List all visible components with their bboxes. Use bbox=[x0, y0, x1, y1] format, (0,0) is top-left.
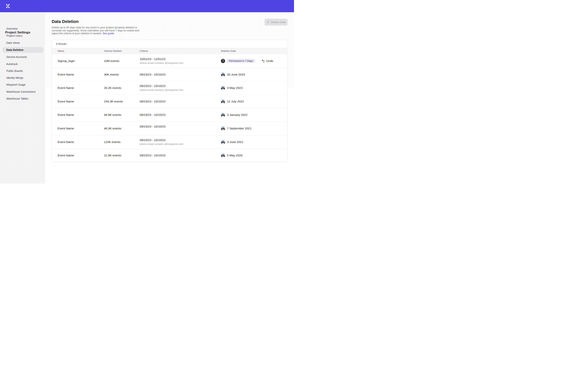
see-guide-link[interactable]: See guide bbox=[103, 32, 114, 35]
row-volume: 239.3K events bbox=[104, 95, 138, 108]
column-header-volume: Volume Deleted bbox=[104, 48, 138, 54]
sidebar-item-service-accounts[interactable]: Service Accounts bbox=[2, 54, 44, 60]
row-deletion-date: 7 September 2021 bbox=[221, 122, 284, 135]
sidebar-item-mixpanel-usage[interactable]: Mixpanel Usage bbox=[2, 82, 44, 88]
sidebar-item-autotrack[interactable]: Autotrack bbox=[2, 61, 44, 67]
criteria-filter: where email contains @mixpanel.com bbox=[140, 62, 183, 65]
deletion-date-text: 7 September 2021 bbox=[227, 127, 251, 130]
criteria-range: 09/23/23 - 10/10/23 bbox=[140, 125, 165, 128]
page-title: Data Deletion bbox=[52, 19, 79, 24]
row-name: Event Name bbox=[58, 135, 102, 149]
table-row: Event Name 48.3K events 09/23/23 - 10/10… bbox=[52, 122, 287, 135]
column-header-name: Name bbox=[58, 48, 102, 54]
deletion-date-text: 3 May 2023 bbox=[227, 86, 242, 90]
row-name: Event Name bbox=[58, 68, 102, 81]
plus-icon bbox=[267, 21, 269, 24]
row-criteria: 09/23/23 - 10/10/23 bbox=[140, 108, 220, 122]
undo-arrow-icon bbox=[261, 59, 265, 63]
mixpanel-logo-icon[interactable] bbox=[5, 4, 10, 8]
avatar bbox=[221, 59, 225, 63]
avatar bbox=[221, 126, 225, 131]
table-row: Event Name 239.3K events 09/23/23 - 10/1… bbox=[52, 95, 287, 108]
row-deletion-date: 20 June 2023 bbox=[221, 68, 284, 81]
sidebar-item-project-users[interactable]: Project Users bbox=[2, 33, 44, 39]
row-deletion-date: 3 June 2021 bbox=[221, 135, 284, 149]
description-line-2: currently not supported). Once submitted… bbox=[52, 29, 140, 32]
row-deletion-date: 3 May 2023 bbox=[221, 81, 284, 95]
sidebar-item-identity-merge[interactable]: Identity Merge bbox=[2, 75, 44, 81]
row-volume: 48.3K events bbox=[104, 122, 138, 135]
delete-data-button[interactable]: Delete Data bbox=[265, 19, 288, 26]
description-line-3: adjust the criteria of your deletion if … bbox=[52, 32, 140, 35]
deletion-date-text: 3 June 2021 bbox=[227, 140, 243, 144]
criteria-range: 10/01/23 - 12/01/23 bbox=[140, 57, 165, 61]
row-criteria: 09/23/23 - 10/10/23 bbox=[140, 68, 220, 81]
criteria-range: 09/23/23 - 10/10/23 bbox=[140, 138, 165, 142]
row-volume: 49.9K events bbox=[104, 108, 138, 122]
row-name: Event Name bbox=[58, 95, 102, 108]
row-name: Event Name bbox=[58, 108, 102, 122]
row-volume: 20.2K events bbox=[104, 81, 138, 95]
row-criteria: 09/23/23 - 10/10/23 where email contains… bbox=[140, 81, 220, 95]
table-row: Event Name 30K events 09/23/23 - 10/10/2… bbox=[52, 68, 287, 81]
row-criteria: 09/23/23 - 10/10/23 bbox=[140, 149, 220, 162]
row-deletion-date: 3 January 2022 bbox=[221, 108, 284, 122]
description-line-1: Delete up to 90 days data for any event … bbox=[52, 26, 140, 29]
main-content: Data Deletion Delete up to 90 days data … bbox=[45, 12, 294, 184]
table-row: Event Name 20.2K events 09/23/23 - 10/10… bbox=[52, 81, 287, 95]
row-criteria: 09/23/23 - 10/10/23 bbox=[140, 122, 220, 135]
undo-label: Undo bbox=[266, 59, 273, 63]
page-description: Delete up to 90 days data for any event … bbox=[52, 26, 140, 35]
table-row: Signup_login 10M events 10/01/23 - 12/01… bbox=[52, 54, 287, 68]
deletion-date-text: 20 June 2023 bbox=[227, 73, 245, 76]
results-count: 5 Results bbox=[52, 40, 287, 48]
avatar bbox=[221, 100, 225, 104]
row-volume: 30K events bbox=[104, 68, 138, 81]
sidebar-item-data-views[interactable]: Data Views bbox=[2, 40, 44, 46]
deletion-date-text: 12 July 2022 bbox=[227, 100, 244, 103]
sidebar-item-data-deletion[interactable]: Data Deletion bbox=[2, 47, 44, 53]
row-volume: 12.9K events bbox=[104, 149, 138, 162]
table-header-row: Name Volume Deleted Criteria Deletion Da… bbox=[52, 48, 287, 54]
row-deletion-date: 5 May 2020 bbox=[221, 149, 284, 162]
table-row: Event Name 12.9K events 09/23/23 - 10/10… bbox=[52, 149, 287, 162]
top-navigation-bar bbox=[0, 0, 294, 12]
table-row: Event Name 49.9K events 09/23/23 - 10/10… bbox=[52, 108, 287, 122]
row-deletion-date: Permanent in 7 Days Undo bbox=[221, 54, 284, 68]
undo-button[interactable]: Undo bbox=[261, 59, 273, 63]
avatar bbox=[221, 153, 225, 158]
sidebar-item-warehouse-connections[interactable]: Warehouse Connections bbox=[2, 89, 44, 95]
deletion-date-text: 3 January 2022 bbox=[227, 113, 248, 117]
project-settings-sidebar: Project Settings Overview Project Users … bbox=[0, 12, 45, 184]
row-criteria: 10/01/23 - 12/01/23 where email contains… bbox=[140, 54, 220, 68]
avatar bbox=[221, 140, 225, 144]
row-volume: 123K events bbox=[104, 135, 138, 149]
column-header-criteria: Criteria bbox=[140, 48, 220, 54]
row-deletion-date: 12 July 2022 bbox=[221, 95, 284, 108]
avatar bbox=[221, 86, 225, 90]
sidebar-item-overview[interactable]: Overview bbox=[2, 26, 44, 32]
status-badge: Permanent in 7 Days bbox=[227, 59, 255, 63]
sidebar-item-warehouse-tables[interactable]: Warehouse Tables bbox=[2, 96, 44, 101]
row-criteria: 09/23/23 - 10/10/23 where email contains… bbox=[140, 135, 220, 149]
criteria-filter: where email contains @mixpanel.com bbox=[140, 142, 183, 146]
deletion-date-text: 5 May 2020 bbox=[227, 154, 242, 157]
row-name: Signup_login bbox=[58, 54, 102, 68]
criteria-filter: where email contains @mixpanel.com bbox=[140, 89, 183, 92]
sidebar-item-public-boards[interactable]: Public Boards bbox=[2, 68, 44, 74]
deletion-requests-card: 5 Results Name Volume Deleted Criteria D… bbox=[52, 40, 287, 162]
row-name: Event Name bbox=[58, 81, 102, 95]
row-criteria: 09/23/23 - 10/10/23 bbox=[140, 95, 220, 108]
row-volume: 10M events bbox=[104, 54, 138, 68]
delete-data-button-label: Delete Data bbox=[271, 21, 285, 24]
column-header-deletion-date: Deletion Date bbox=[221, 48, 284, 54]
avatar bbox=[221, 72, 225, 77]
criteria-range: 09/23/23 - 10/10/23 bbox=[140, 84, 165, 88]
row-name: Event Name bbox=[58, 149, 102, 162]
avatar bbox=[221, 113, 225, 117]
row-name: Event Name bbox=[58, 122, 102, 135]
table-row: Event Name 123K events 09/23/23 - 10/10/… bbox=[52, 135, 287, 149]
